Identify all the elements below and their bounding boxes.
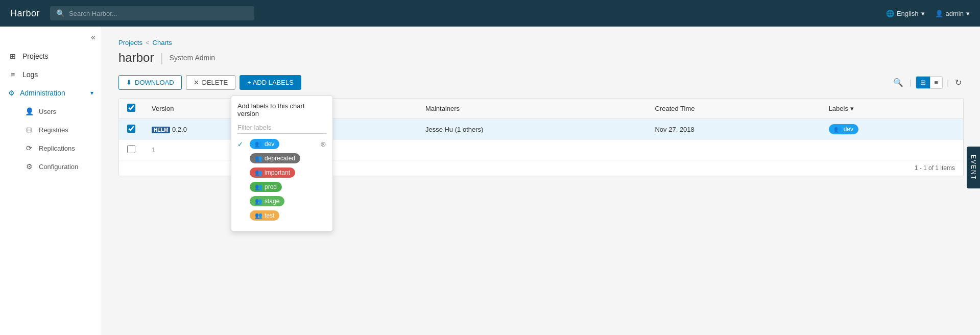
row-checkbox[interactable] (127, 125, 135, 133)
admin-icon: ⚙ (8, 89, 15, 97)
label-item-test[interactable]: ✓ 👥 test (237, 210, 326, 221)
sidebar-item-replications[interactable]: ⟳ Replications (8, 139, 102, 157)
brand-logo: Harbor (10, 8, 40, 19)
breadcrumb-charts[interactable]: Charts (153, 39, 172, 46)
select-all-checkbox[interactable] (127, 104, 135, 112)
sidebar-item-logs[interactable]: ≡ Logs (0, 65, 102, 84)
label-badge-important: 👥 important (250, 167, 295, 178)
replications-icon: ⟳ (25, 144, 34, 152)
version-value: 0.2.0 (172, 126, 187, 133)
refresh-button[interactable]: ↻ (953, 76, 964, 89)
breadcrumb: Projects < Charts (118, 39, 964, 46)
label-text: deprecated (265, 155, 295, 162)
label-text: dev (265, 140, 274, 148)
event-tab[interactable]: EVENT (967, 147, 980, 188)
row-labels: 👥 dev (821, 119, 963, 140)
download-icon: ⬇ (126, 79, 132, 86)
grid-view-button[interactable]: ⊞ (916, 77, 930, 88)
label-item-inner: 👥 test (250, 210, 326, 221)
label-badge-deprecated: 👥 deprecated (250, 153, 300, 163)
label-item-deprecated[interactable]: ✓ 👥 deprecated (237, 153, 326, 163)
logs-icon: ≡ (8, 70, 17, 79)
sidebar-group-label: Administration (20, 89, 65, 97)
view-toggle: ⊞ ≡ (916, 76, 943, 89)
breadcrumb-projects[interactable]: Projects (118, 39, 142, 46)
search-icon: 🔍 (56, 9, 65, 17)
label-badge-dev: 👥 dev (250, 139, 279, 149)
add-labels-dropdown: Add labels to this chart version ✓ 👥 dev… (231, 95, 333, 231)
th-checkbox (119, 99, 144, 119)
label-close-dev[interactable]: ⊗ (320, 140, 326, 148)
toolbar-divider2: | (947, 79, 949, 87)
label-item-inner: 👥 important (250, 167, 326, 178)
sidebar-item-administration[interactable]: ⚙ Administration ▾ (0, 84, 102, 102)
label-badge-row-dev: 👥 dev (829, 124, 858, 134)
language-selector[interactable]: 🌐 English ▾ (886, 10, 925, 17)
label-icon: 👥 (255, 198, 262, 205)
sidebar-item-label: Configuration (39, 163, 78, 171)
sidebar-item-configuration[interactable]: ⚙ Configuration (8, 157, 102, 176)
row-created-time: Nov 27, 2018 (647, 119, 820, 140)
main-content: Projects < Charts harbor | System Admin … (102, 27, 980, 335)
th-maintainers: Maintainers (417, 99, 647, 119)
registries-icon: ⊟ (25, 126, 34, 134)
sidebar-nav: ⊞ Projects ≡ Logs ⚙ Administration ▾ 👤 U… (0, 27, 102, 176)
label-icon: 👥 (255, 169, 262, 176)
th-labels: Labels ▾ (821, 99, 963, 119)
label-text: test (265, 212, 274, 219)
users-icon: 👤 (25, 107, 34, 115)
search-icon-button[interactable]: 🔍 (891, 76, 905, 89)
sidebar-item-label: Logs (22, 70, 38, 79)
topnav-right: 🌐 English ▾ 👤 admin ▾ (886, 10, 970, 17)
chevron-down-icon: ▾ (90, 89, 93, 97)
add-labels-button[interactable]: + ADD LABELS (240, 75, 301, 90)
search-input[interactable] (69, 10, 248, 17)
delete-button[interactable]: ✕ DELETE (186, 75, 236, 90)
delete-icon: ✕ (194, 79, 199, 86)
helm-badge: HELM (152, 127, 170, 133)
label-badge-test: 👥 test (250, 210, 279, 221)
sidebar-item-registries[interactable]: ⊟ Registries (8, 121, 102, 139)
pagination-text: 1 - 1 of 1 items (915, 164, 955, 172)
sidebar-item-users[interactable]: 👤 Users (8, 102, 102, 121)
sidebar-collapse-button[interactable]: « (91, 33, 95, 42)
dropdown-title: Add labels to this chart version (237, 102, 326, 117)
globe-icon: 🌐 (886, 10, 894, 17)
delete-label: DELETE (202, 79, 228, 86)
breadcrumb-separator: < (146, 39, 150, 46)
download-button[interactable]: ⬇ DOWNLOAD (118, 75, 182, 90)
user-menu[interactable]: 👤 admin ▾ (935, 10, 970, 17)
sidebar-sub-admin: 👤 Users ⊟ Registries ⟳ Replications ⚙ Co… (0, 102, 102, 176)
list-view-button[interactable]: ≡ (930, 77, 943, 88)
chevron-down-icon: ▾ (921, 10, 925, 17)
layout: « ⊞ Projects ≡ Logs ⚙ Administration ▾ 👤… (0, 27, 980, 335)
label-item-prod[interactable]: ✓ 👥 prod (237, 182, 326, 192)
label-text: prod (265, 183, 277, 190)
label-item-inner: 👥 prod (250, 182, 326, 192)
label-badge-stage: 👥 stage (250, 196, 284, 206)
page-header: harbor | System Admin (118, 51, 964, 65)
label-item-dev[interactable]: ✓ 👥 dev ⊗ (237, 139, 326, 149)
label-item-inner: 👥 deprecated (250, 153, 326, 163)
sidebar-item-label: Replications (39, 145, 75, 152)
sidebar-item-projects[interactable]: ⊞ Projects (0, 47, 102, 65)
empty-checkbox[interactable] (127, 145, 135, 153)
row-checkbox-cell (119, 119, 144, 140)
label-text: important (265, 169, 290, 176)
download-label: DOWNLOAD (135, 79, 174, 86)
sidebar: « ⊞ Projects ≡ Logs ⚙ Administration ▾ 👤… (0, 27, 102, 335)
search-bar[interactable]: 🔍 (50, 6, 254, 20)
label-filter-input[interactable] (237, 122, 326, 134)
page-title: harbor (118, 51, 154, 65)
sidebar-item-label: Projects (22, 52, 49, 60)
label-icon: 👥 (255, 140, 262, 148)
check-icon: ✓ (237, 140, 246, 148)
labels-filter-icon[interactable]: ▾ (850, 105, 854, 112)
label-item-stage[interactable]: ✓ 👥 stage (237, 196, 326, 206)
sidebar-item-label: Users (39, 108, 56, 115)
row-maintainers: Jesse Hu (1 others) (417, 119, 647, 140)
projects-icon: ⊞ (8, 52, 17, 60)
add-labels-label: + ADD LABELS (247, 79, 294, 86)
empty-row-checkbox (119, 140, 144, 160)
label-item-important[interactable]: ✓ 👥 important (237, 167, 326, 178)
